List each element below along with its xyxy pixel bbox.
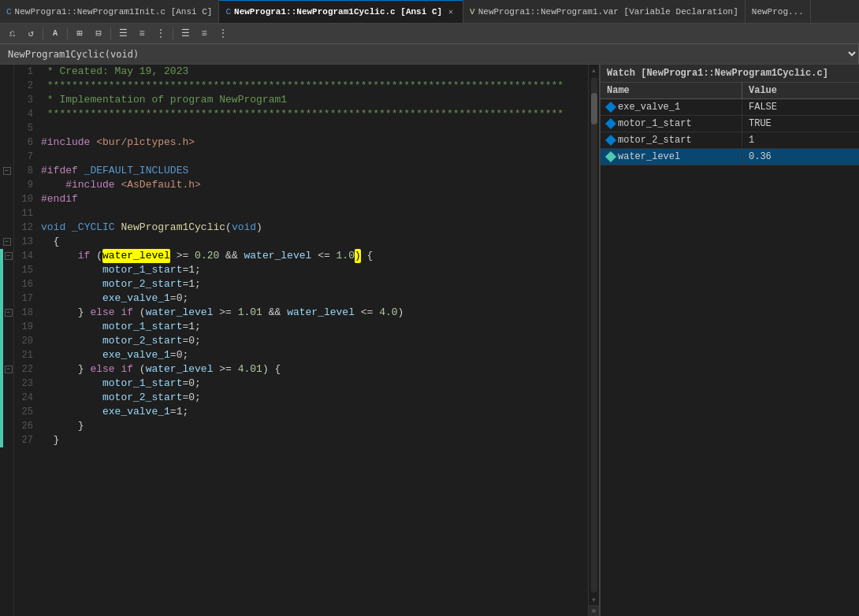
code-line-6: #include <bur/plctypes.h> bbox=[41, 135, 588, 150]
toolbar-sep-2 bbox=[67, 28, 68, 40]
code-line-5 bbox=[41, 121, 588, 135]
watch-row-2[interactable]: motor_1_start TRUE bbox=[601, 116, 859, 132]
expand-button[interactable]: ⊞ bbox=[71, 25, 88, 43]
gutter-22[interactable]: − bbox=[0, 362, 13, 377]
watch-cell-value-2: TRUE bbox=[742, 116, 859, 132]
gutter-9 bbox=[0, 178, 13, 192]
watch-diamond-2 bbox=[605, 118, 616, 129]
gutter-8[interactable]: − bbox=[0, 164, 13, 178]
gutter-4 bbox=[0, 107, 13, 121]
code-line-23: motor_1_start=0; bbox=[41, 377, 588, 391]
code-line-19: motor_1_start=1; bbox=[41, 320, 588, 334]
gutter-7 bbox=[0, 150, 13, 164]
scroll-thumb[interactable] bbox=[591, 93, 597, 124]
code-line-9: #include <AsDefault.h> bbox=[41, 178, 588, 192]
vertical-scrollbar[interactable]: ▲ ▼ ⊕ bbox=[588, 65, 599, 616]
gutter-13[interactable]: − bbox=[0, 235, 13, 249]
code-line-12: void _CYCLIC NewProgram1Cyclic(void) bbox=[41, 221, 588, 235]
gutter-27 bbox=[0, 433, 13, 447]
watch-diamond-1 bbox=[605, 102, 616, 113]
code-line-10: #endif bbox=[41, 192, 588, 206]
undo-button[interactable]: ⎌ bbox=[3, 25, 20, 43]
gutter-12 bbox=[0, 221, 13, 235]
function-select[interactable]: NewProgram1Cyclic(void) bbox=[0, 44, 859, 64]
code-line-1: * Created: May 19, 2023 bbox=[41, 65, 588, 79]
watch-cell-name-1: exe_valve_1 bbox=[601, 99, 742, 115]
watch-panel-title: Watch [NewProgra1::NewProgram1Cyclic.c] bbox=[601, 65, 859, 83]
scroll-track[interactable] bbox=[591, 77, 597, 592]
tab-2[interactable]: C NewProgra1::NewProgram1Cyclic.c [Ansi … bbox=[219, 0, 463, 23]
code-line-26: } bbox=[41, 419, 588, 433]
tab-4[interactable]: NewProg... bbox=[746, 0, 811, 23]
gutter-5 bbox=[0, 121, 13, 135]
gutter-6 bbox=[0, 135, 13, 150]
code-line-18: } else if (water_level >= 1.01 && water_… bbox=[41, 306, 588, 320]
watch-header: Name Value bbox=[601, 83, 859, 99]
c-file-icon-2: C bbox=[225, 7, 231, 17]
list-button-3[interactable]: ⋮ bbox=[152, 25, 169, 43]
collapse-button[interactable]: ⊟ bbox=[90, 25, 107, 43]
list-button-5[interactable]: ≡ bbox=[195, 25, 213, 43]
split-scroll-btn[interactable]: ⊕ bbox=[589, 605, 600, 616]
gutter-17 bbox=[0, 291, 13, 306]
code-line-2: ****************************************… bbox=[41, 79, 588, 93]
toolbar-sep-1 bbox=[43, 28, 43, 40]
gutter-1 bbox=[0, 65, 13, 79]
toolbar-sep-4 bbox=[173, 28, 173, 40]
redo-button[interactable]: ↺ bbox=[22, 25, 39, 43]
code-line-14: if (water_level >= 0.20 && water_level <… bbox=[41, 249, 588, 263]
code-line-7 bbox=[41, 150, 588, 164]
watch-cell-name-3: motor_2_start bbox=[601, 132, 742, 148]
tab-bar: C NewProgra1::NewProgram1Init.c [Ansi C]… bbox=[0, 0, 859, 24]
code-editor[interactable]: − − − bbox=[0, 65, 599, 616]
watch-row-1[interactable]: exe_valve_1 FALSE bbox=[601, 99, 859, 116]
gutter-2 bbox=[0, 79, 13, 93]
tab-3[interactable]: V NewProgra1::NewProgram1.var [Variable … bbox=[463, 0, 746, 23]
watch-table[interactable]: Name Value exe_valve_1 FALSE motor_1_sta… bbox=[601, 83, 859, 616]
code-line-4: ****************************************… bbox=[41, 107, 588, 121]
code-line-27: } bbox=[41, 433, 588, 447]
list-button-6[interactable]: ⋮ bbox=[214, 25, 232, 43]
watch-row-4[interactable]: water_level 0.36 bbox=[601, 149, 859, 165]
function-bar: NewProgram1Cyclic(void) bbox=[0, 44, 859, 65]
watch-cell-value-4: 0.36 bbox=[742, 149, 859, 165]
watch-diamond-3 bbox=[605, 135, 616, 146]
watch-cell-name-4: water_level bbox=[601, 149, 742, 165]
gutter-21 bbox=[0, 348, 13, 362]
list-button-4[interactable]: ☰ bbox=[177, 25, 194, 43]
app-container: C NewProgra1::NewProgram1Init.c [Ansi C]… bbox=[0, 0, 859, 616]
toolbar-sep-3 bbox=[110, 28, 111, 40]
code-line-22: } else if (water_level >= 4.01) { bbox=[41, 362, 588, 377]
code-line-21: exe_valve_1=0; bbox=[41, 348, 588, 362]
tab-2-close[interactable]: ✕ bbox=[445, 6, 456, 17]
watch-diamond-4 bbox=[605, 151, 616, 162]
gutter-11 bbox=[0, 206, 13, 221]
code-line-11 bbox=[41, 206, 588, 221]
scroll-down-arrow[interactable]: ▼ bbox=[589, 594, 600, 605]
font-button[interactable]: A bbox=[46, 25, 64, 43]
watch-panel: Watch [NewProgra1::NewProgram1Cyclic.c] … bbox=[599, 65, 859, 616]
code-line-3: * Implementation of program NewProgram1 bbox=[41, 93, 588, 107]
code-line-25: exe_valve_1=1; bbox=[41, 405, 588, 419]
tab-3-label: NewProgra1::NewProgram1.var [Variable De… bbox=[478, 7, 738, 17]
list-button-1[interactable]: ☰ bbox=[114, 25, 132, 43]
gutter-16 bbox=[0, 277, 13, 291]
list-button-2[interactable]: ≡ bbox=[133, 25, 151, 43]
left-gutter: − − − bbox=[0, 65, 14, 616]
watch-cell-value-1: FALSE bbox=[742, 99, 859, 115]
gutter-18[interactable]: − bbox=[0, 306, 13, 320]
tab-1-label: NewProgra1::NewProgram1Init.c [Ansi C] bbox=[15, 7, 213, 17]
code-lines[interactable]: * Created: May 19, 2023 ****************… bbox=[38, 65, 588, 616]
watch-cell-value-3: 1 bbox=[742, 132, 859, 148]
code-line-13: { bbox=[41, 235, 588, 249]
gutter-3 bbox=[0, 93, 13, 107]
watch-row-3[interactable]: motor_2_start 1 bbox=[601, 132, 859, 149]
tab-1[interactable]: C NewProgra1::NewProgram1Init.c [Ansi C] bbox=[0, 0, 219, 23]
main-layout: − − − bbox=[0, 65, 859, 616]
var-file-icon: V bbox=[470, 7, 475, 17]
scroll-up-arrow[interactable]: ▲ bbox=[589, 65, 600, 76]
code-line-8: #ifdef _DEFAULT_INCLUDES bbox=[41, 164, 588, 178]
gutter-14: − bbox=[0, 249, 13, 263]
tab-4-label: NewProg... bbox=[752, 7, 804, 17]
watch-cell-name-2: motor_1_start bbox=[601, 116, 742, 132]
